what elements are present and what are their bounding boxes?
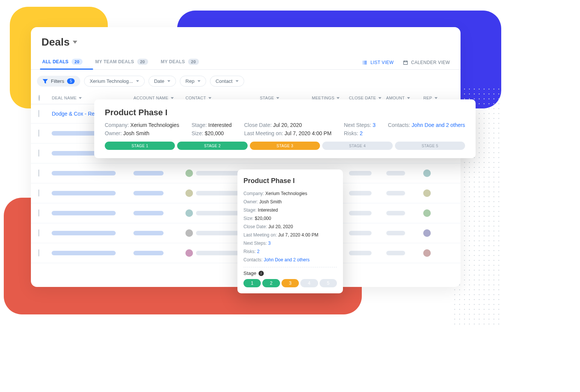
list-icon bbox=[362, 60, 367, 65]
view-label: LIST VIEW bbox=[370, 60, 394, 65]
stage-seg-2[interactable]: STAGE 2 bbox=[177, 142, 247, 150]
info-icon[interactable]: i bbox=[259, 271, 264, 276]
list-view-button[interactable]: LIST VIEW bbox=[362, 60, 394, 65]
stage-seg-1[interactable]: 1 bbox=[243, 279, 261, 287]
filter-chip-contact[interactable]: Contact bbox=[210, 76, 244, 87]
sort-icon bbox=[435, 97, 438, 99]
avatar bbox=[423, 189, 431, 197]
size-value: $20,000 bbox=[205, 130, 224, 136]
stage-seg-2[interactable]: 2 bbox=[262, 279, 280, 287]
amount-placeholder bbox=[386, 231, 405, 235]
tab-label: MY TEAM DEALS bbox=[95, 59, 134, 64]
row-checkbox[interactable] bbox=[38, 209, 39, 217]
calendar-view-button[interactable]: CALENDER VIEW bbox=[403, 60, 450, 65]
deal-placeholder bbox=[52, 171, 116, 175]
chip-label: Contact bbox=[216, 78, 233, 84]
sort-icon bbox=[171, 97, 174, 99]
stage-value: Interested bbox=[208, 122, 232, 128]
select-all-toggle[interactable] bbox=[38, 95, 40, 101]
next-steps-link[interactable]: 3 bbox=[373, 122, 376, 128]
tab-count: 20 bbox=[188, 59, 199, 65]
amount-placeholder bbox=[386, 171, 405, 175]
stage-heading: Stage bbox=[243, 270, 256, 276]
stage-seg-3[interactable]: 3 bbox=[282, 279, 299, 287]
filter-chip-account[interactable]: Xerium Technolog... bbox=[84, 76, 145, 87]
deal-placeholder bbox=[52, 231, 116, 235]
stage-seg-5[interactable]: STAGE 5 bbox=[395, 142, 465, 150]
sort-icon bbox=[276, 97, 279, 99]
stage-seg-5[interactable]: 5 bbox=[320, 279, 337, 287]
close-placeholder bbox=[349, 251, 372, 255]
avatar bbox=[185, 229, 193, 237]
account-placeholder bbox=[133, 251, 164, 255]
account-placeholder bbox=[133, 191, 164, 195]
divider bbox=[243, 267, 337, 267]
filter-chip-date[interactable]: Date bbox=[148, 76, 176, 87]
row-checkbox[interactable] bbox=[38, 189, 39, 197]
close-placeholder bbox=[349, 231, 372, 235]
filter-icon bbox=[43, 79, 48, 84]
sort-icon bbox=[407, 97, 410, 99]
chevron-down-icon bbox=[236, 80, 239, 82]
filters-button[interactable]: Filters 5 bbox=[37, 76, 80, 87]
next-steps-link[interactable]: 3 bbox=[268, 241, 271, 246]
sort-icon bbox=[208, 97, 211, 99]
chip-label: Rep bbox=[185, 78, 194, 84]
row-checkbox[interactable] bbox=[38, 169, 39, 177]
company-value: Xerium Technologies bbox=[265, 191, 307, 196]
page-title-dropdown[interactable]: Deals bbox=[41, 36, 77, 48]
avatar bbox=[185, 249, 193, 257]
avatar bbox=[423, 229, 431, 237]
company-value: Xerium Technologies bbox=[130, 122, 179, 128]
risks-link[interactable]: 2 bbox=[360, 130, 363, 136]
tab-my-team-deals[interactable]: MY TEAM DEALS 20 bbox=[95, 56, 149, 69]
close-placeholder bbox=[349, 171, 372, 175]
deal-detail-popover-wide: Product Phase I Company: Xerium Technolo… bbox=[94, 99, 476, 158]
avatar bbox=[423, 249, 431, 257]
stage-seg-1[interactable]: STAGE 1 bbox=[105, 142, 175, 150]
row-checkbox[interactable] bbox=[38, 249, 39, 256]
account-placeholder bbox=[133, 211, 164, 215]
sort-icon bbox=[378, 97, 381, 99]
close-date-value: Jul 20, 2020 bbox=[268, 224, 293, 229]
account-placeholder bbox=[133, 231, 164, 235]
tab-count: 20 bbox=[72, 59, 83, 65]
contacts-link[interactable]: John Doe and 2 others bbox=[264, 257, 309, 262]
sort-icon bbox=[79, 97, 82, 99]
contact-placeholder bbox=[196, 231, 241, 235]
row-checkbox[interactable] bbox=[38, 149, 39, 157]
owner-value: Josh Smith bbox=[259, 199, 282, 204]
avatar bbox=[423, 169, 431, 177]
avatar bbox=[185, 209, 193, 217]
row-checkbox[interactable] bbox=[38, 110, 39, 117]
calendar-icon bbox=[403, 60, 408, 65]
stage-progress: 1 2 3 4 5 bbox=[243, 279, 337, 287]
risks-link[interactable]: 2 bbox=[257, 249, 260, 254]
contact-placeholder bbox=[196, 171, 241, 175]
row-checkbox[interactable] bbox=[38, 130, 39, 137]
tab-count: 20 bbox=[137, 59, 148, 65]
avatar bbox=[185, 189, 193, 197]
size-value: $20,000 bbox=[255, 216, 271, 221]
tab-label: ALL DEALS bbox=[42, 59, 69, 64]
deal-placeholder bbox=[52, 251, 116, 255]
last-meeting-value: Jul 7, 2020 4:00 PM bbox=[285, 130, 332, 136]
owner-value: Josh Smith bbox=[123, 130, 149, 136]
tab-all-deals[interactable]: ALL DEALS 20 bbox=[41, 56, 83, 69]
row-checkbox[interactable] bbox=[38, 229, 39, 236]
tab-my-deals[interactable]: MY DEALS 20 bbox=[160, 56, 200, 69]
contacts-link[interactable]: John Doe and 2 others bbox=[412, 122, 465, 128]
stage-seg-3[interactable]: STAGE 3 bbox=[250, 142, 320, 150]
stage-seg-4[interactable]: 4 bbox=[300, 279, 318, 287]
svg-rect-0 bbox=[403, 61, 407, 65]
filter-chip-rep[interactable]: Rep bbox=[180, 76, 206, 87]
stage-seg-4[interactable]: STAGE 4 bbox=[322, 142, 392, 150]
chevron-down-icon bbox=[136, 80, 139, 82]
deal-link[interactable]: Dodge & Cox - Rene bbox=[52, 111, 100, 117]
contact-placeholder bbox=[196, 251, 241, 255]
deal-placeholder bbox=[52, 191, 116, 195]
view-label: CALENDER VIEW bbox=[411, 60, 450, 65]
sort-icon bbox=[337, 97, 340, 99]
avatar bbox=[185, 169, 193, 177]
stage-value: Interested bbox=[258, 207, 278, 213]
